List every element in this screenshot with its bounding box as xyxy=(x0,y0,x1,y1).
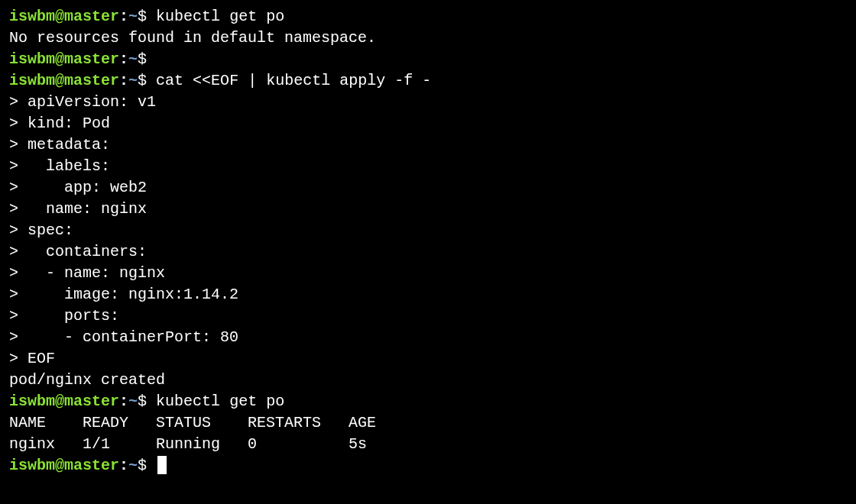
command-3-text: cat <<EOF | kubectl apply -f - xyxy=(156,72,431,89)
prompt-dollar: $ xyxy=(138,457,147,474)
prompt-path: ~ xyxy=(128,50,138,68)
command-4 xyxy=(147,393,156,410)
heredoc-line: > - containerPort: 80 xyxy=(9,327,847,348)
prompt-colon: : xyxy=(119,8,128,25)
prompt-at: @ xyxy=(55,457,64,474)
prompt-at: @ xyxy=(55,72,64,89)
prompt-host: master xyxy=(64,50,119,68)
command-5 xyxy=(147,457,156,474)
prompt-line-2: iswbm@master:~$ xyxy=(9,49,847,70)
table-row: nginx 1/1 Running 0 5s xyxy=(9,434,847,455)
prompt-user: iswbm xyxy=(9,393,55,410)
heredoc-line: > containers: xyxy=(9,241,847,263)
prompt-dollar: $ xyxy=(138,393,147,410)
heredoc-line: > - name: nginx xyxy=(9,263,847,284)
command-1 xyxy=(147,8,156,25)
prompt-dollar: $ xyxy=(138,72,147,89)
prompt-host: master xyxy=(64,72,119,89)
prompt-dollar: $ xyxy=(138,8,147,25)
heredoc-line: > EOF xyxy=(9,348,847,370)
prompt-line-5: iswbm@master:~$ xyxy=(9,455,847,477)
prompt-line-1: iswbm@master:~$ kubectl get po xyxy=(9,6,847,27)
prompt-colon: : xyxy=(119,72,128,89)
heredoc-line: > app: web2 xyxy=(9,177,847,199)
prompt-user: iswbm xyxy=(9,457,55,474)
prompt-user: iswbm xyxy=(9,8,55,25)
prompt-path: ~ xyxy=(128,8,138,25)
heredoc-line: > spec: xyxy=(9,220,847,241)
prompt-path: ~ xyxy=(128,393,138,410)
prompt-host: master xyxy=(64,8,119,25)
prompt-host: master xyxy=(64,393,119,410)
heredoc-line: > apiVersion: v1 xyxy=(9,92,847,113)
prompt-colon: : xyxy=(119,393,128,410)
prompt-colon: : xyxy=(119,457,128,474)
heredoc-line: > name: nginx xyxy=(9,199,847,220)
terminal-output[interactable]: iswbm@master:~$ kubectl get po No resour… xyxy=(9,6,847,477)
heredoc-line: > ports: xyxy=(9,305,847,327)
heredoc-line: > kind: Pod xyxy=(9,113,847,134)
table-header: NAME READY STATUS RESTARTS AGE xyxy=(9,412,847,434)
cursor xyxy=(157,456,167,474)
output-line-1: No resources found in default namespace. xyxy=(9,27,847,49)
prompt-user: iswbm xyxy=(9,72,55,89)
prompt-line-3: iswbm@master:~$ cat <<EOF | kubectl appl… xyxy=(9,70,847,92)
prompt-colon: : xyxy=(119,50,128,68)
heredoc-line: > labels: xyxy=(9,156,847,177)
command-4-text: kubectl get po xyxy=(156,393,284,410)
prompt-at: @ xyxy=(55,393,64,410)
prompt-path: ~ xyxy=(128,72,138,89)
command-3 xyxy=(147,72,156,89)
heredoc-line: > image: nginx:1.14.2 xyxy=(9,284,847,305)
prompt-user: iswbm xyxy=(9,50,55,68)
prompt-at: @ xyxy=(55,8,64,25)
command-1-text: kubectl get po xyxy=(156,8,284,25)
prompt-at: @ xyxy=(55,50,64,68)
prompt-dollar: $ xyxy=(138,50,147,68)
prompt-line-4: iswbm@master:~$ kubectl get po xyxy=(9,391,847,412)
prompt-path: ~ xyxy=(128,457,138,474)
heredoc-line: > metadata: xyxy=(9,134,847,156)
output-line-2: pod/nginx created xyxy=(9,370,847,391)
prompt-host: master xyxy=(64,457,119,474)
